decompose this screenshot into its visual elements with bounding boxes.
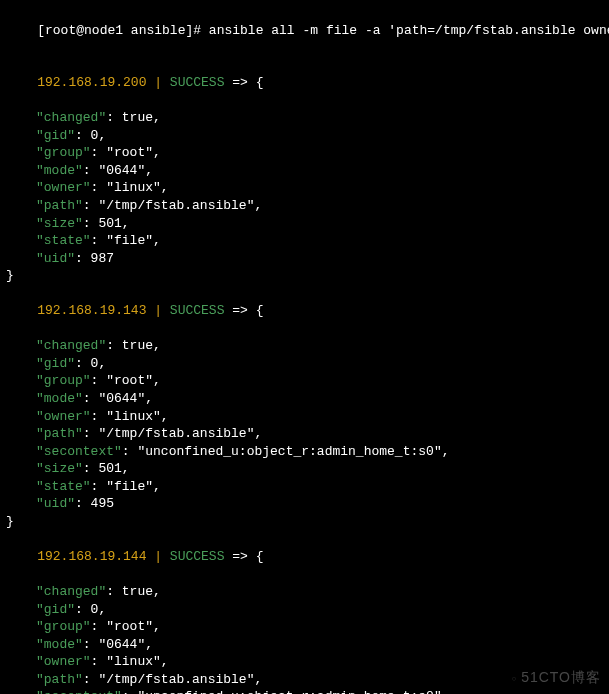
- json-key: "mode": [36, 637, 83, 652]
- json-key: "changed": [36, 584, 106, 599]
- json-value: : "linux",: [91, 409, 169, 424]
- json-field: "gid": 0,: [6, 355, 603, 373]
- json-key: "group": [36, 619, 91, 634]
- json-value: : "unconfined_u:object_r:admin_home_t:s0…: [122, 444, 450, 459]
- json-value: : "root",: [91, 619, 161, 634]
- result-header: 192.168.19.143 | SUCCESS => {: [6, 285, 603, 338]
- json-field: "uid": 987: [6, 250, 603, 268]
- json-value: : "/tmp/fstab.ansible",: [83, 672, 262, 687]
- json-value: : true,: [106, 110, 161, 125]
- json-field: "secontext": "unconfined_u:object_r:admi…: [6, 688, 603, 694]
- json-key: "path": [36, 198, 83, 213]
- shell-prompt: [root@node1 ansible]#: [37, 23, 209, 38]
- json-value: : "linux",: [91, 654, 169, 669]
- json-field: "size": 501,: [6, 460, 603, 478]
- json-value: : "file",: [91, 479, 161, 494]
- json-value: : 0,: [75, 128, 106, 143]
- json-key: "state": [36, 479, 91, 494]
- json-key: "size": [36, 461, 83, 476]
- json-value: : 501,: [83, 461, 130, 476]
- json-field: "mode": "0644",: [6, 390, 603, 408]
- json-key: "owner": [36, 180, 91, 195]
- json-key: "group": [36, 373, 91, 388]
- json-key: "gid": [36, 356, 75, 371]
- json-value: : true,: [106, 584, 161, 599]
- json-close: }: [6, 513, 603, 531]
- json-field: "changed": true,: [6, 583, 603, 601]
- json-field: "group": "root",: [6, 618, 603, 636]
- json-value: : "/tmp/fstab.ansible",: [83, 198, 262, 213]
- json-value: : true,: [106, 338, 161, 353]
- json-value: : 0,: [75, 356, 106, 371]
- json-field: "size": 501,: [6, 215, 603, 233]
- json-field: "state": "file",: [6, 478, 603, 496]
- json-key: "secontext": [36, 689, 122, 694]
- json-key: "secontext": [36, 444, 122, 459]
- json-field: "secontext": "unconfined_u:object_r:admi…: [6, 443, 603, 461]
- json-field: "group": "root",: [6, 144, 603, 162]
- json-key: "uid": [36, 251, 75, 266]
- json-field: "mode": "0644",: [6, 162, 603, 180]
- json-value: : "0644",: [83, 391, 153, 406]
- json-key: "state": [36, 233, 91, 248]
- json-key: "owner": [36, 654, 91, 669]
- json-field: "path": "/tmp/fstab.ansible",: [6, 425, 603, 443]
- json-value: : "/tmp/fstab.ansible",: [83, 426, 262, 441]
- json-key: "path": [36, 426, 83, 441]
- json-value: : "file",: [91, 233, 161, 248]
- json-field: "group": "root",: [6, 372, 603, 390]
- json-field: "changed": true,: [6, 337, 603, 355]
- json-field: "state": "file",: [6, 232, 603, 250]
- json-value: : 987: [75, 251, 114, 266]
- json-key: "mode": [36, 163, 83, 178]
- json-value: : 495: [75, 496, 114, 511]
- shell-prompt-line[interactable]: [root@node1 ansible]# ansible all -m fil…: [6, 4, 603, 57]
- json-value: : "0644",: [83, 163, 153, 178]
- json-key: "group": [36, 145, 91, 160]
- json-key: "changed": [36, 338, 106, 353]
- json-field: "changed": true,: [6, 109, 603, 127]
- json-field: "gid": 0,: [6, 601, 603, 619]
- json-field: "path": "/tmp/fstab.ansible",: [6, 197, 603, 215]
- json-key: "gid": [36, 602, 75, 617]
- json-value: : "linux",: [91, 180, 169, 195]
- json-value: : "0644",: [83, 637, 153, 652]
- json-value: : 501,: [83, 216, 130, 231]
- json-key: "uid": [36, 496, 75, 511]
- json-key: "size": [36, 216, 83, 231]
- json-field: "owner": "linux",: [6, 408, 603, 426]
- json-key: "owner": [36, 409, 91, 424]
- blog-logo-icon: ◦: [511, 669, 517, 688]
- json-close: }: [6, 267, 603, 285]
- watermark: ◦51CTO博客: [511, 668, 601, 688]
- json-key: "path": [36, 672, 83, 687]
- json-value: : 0,: [75, 602, 106, 617]
- result-header: 192.168.19.200 | SUCCESS => {: [6, 57, 603, 110]
- result-header: 192.168.19.144 | SUCCESS => {: [6, 530, 603, 583]
- json-field: "mode": "0644",: [6, 636, 603, 654]
- json-field: "gid": 0,: [6, 127, 603, 145]
- json-key: "mode": [36, 391, 83, 406]
- json-value: : "root",: [91, 145, 161, 160]
- shell-command: ansible all -m file -a 'path=/tmp/fstab.…: [209, 23, 609, 38]
- json-key: "gid": [36, 128, 75, 143]
- terminal-output: [root@node1 ansible]# ansible all -m fil…: [6, 4, 603, 694]
- json-value: : "root",: [91, 373, 161, 388]
- json-field: "owner": "linux",: [6, 179, 603, 197]
- json-field: "uid": 495: [6, 495, 603, 513]
- json-key: "changed": [36, 110, 106, 125]
- json-value: : "unconfined_u:object_r:admin_home_t:s0…: [122, 689, 450, 694]
